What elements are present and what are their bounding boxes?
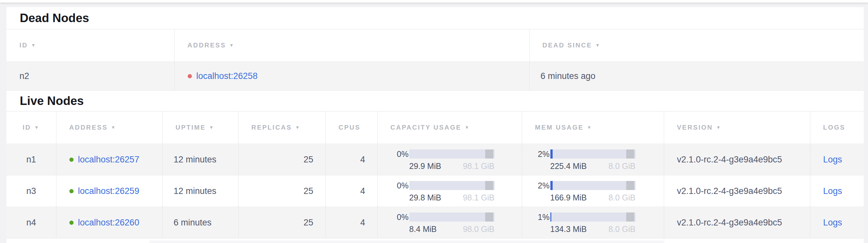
- cell-capacity-usage: 0% 8.4 MiB 98.0 GiB: [377, 207, 522, 239]
- mem-usage-bar: [550, 150, 636, 159]
- live-col-header-uptime[interactable]: UPTIME▼: [162, 111, 238, 144]
- cell-node-address: localhost:26257: [56, 144, 162, 176]
- live-col-header-id[interactable]: ID▼: [6, 111, 56, 144]
- sort-arrow-icon: ▼: [716, 125, 722, 130]
- cell-node-address: localhost:26260: [56, 207, 162, 239]
- live-col-header-mem[interactable]: MEM USAGE▼: [522, 111, 664, 144]
- live-col-header-address[interactable]: ADDRESS▼: [56, 111, 162, 144]
- live-col-header-version[interactable]: VERSION▼: [664, 111, 810, 144]
- logs-link[interactable]: Logs: [823, 155, 842, 164]
- capacity-total-value: 98.0 GiB: [463, 224, 494, 234]
- mem-percent: 2%: [527, 182, 550, 190]
- node-address-link[interactable]: localhost:26259: [78, 186, 140, 196]
- live-nodes-header-row: ID▼ ADDRESS▼ UPTIME▼ REPLICAS▼ CPUS CAPA…: [6, 111, 864, 144]
- nodes-overview-card: Dead Nodes ID▼ ADDRESS▼ DEAD SINCE▼ n2 l…: [6, 7, 864, 243]
- live-nodes-title: Live Nodes: [6, 91, 864, 111]
- live-nodes-table: ID▼ ADDRESS▼ UPTIME▼ REPLICAS▼ CPUS CAPA…: [6, 111, 864, 239]
- next-section-edge: [149, 240, 664, 243]
- cell-node-address: localhost:26259: [56, 176, 162, 207]
- mem-total-value: 8.0 GiB: [609, 224, 635, 234]
- dead-nodes-title: Dead Nodes: [6, 7, 864, 29]
- cell-capacity-usage: 0% 29.8 MiB 98.1 GiB: [377, 176, 522, 207]
- mem-used-value: 225.4 MiB: [550, 161, 587, 171]
- logs-link[interactable]: Logs: [823, 218, 842, 227]
- bar-reserved-segment: [626, 181, 634, 190]
- live-col-header-capacity[interactable]: CAPACITY USAGE▼: [377, 111, 522, 144]
- mem-total-value: 8.0 GiB: [609, 193, 635, 202]
- capacity-usage-widget: 0% 29.8 MiB 98.1 GiB: [386, 180, 522, 202]
- node-address-link[interactable]: localhost:26258: [196, 71, 258, 81]
- capacity-total-value: 98.1 GiB: [463, 193, 494, 202]
- bar-reserved-segment: [626, 150, 634, 159]
- dead-col-header-address[interactable]: ADDRESS▼: [175, 29, 529, 62]
- cell-uptime: 12 minutes: [162, 144, 238, 176]
- mem-used-value: 166.9 MiB: [550, 193, 587, 202]
- sort-arrow-icon: ▼: [31, 43, 37, 48]
- capacity-used-value: 8.4 MiB: [409, 224, 437, 234]
- mem-usage-bar: [550, 213, 636, 221]
- node-address-link[interactable]: localhost:26260: [78, 218, 140, 227]
- bar-reserved-segment: [626, 213, 634, 221]
- bar-reserved-segment: [485, 213, 493, 221]
- dead-nodes-header-row: ID▼ ADDRESS▼ DEAD SINCE▼: [6, 29, 864, 62]
- live-col-header-replicas[interactable]: REPLICAS▼: [238, 111, 326, 144]
- capacity-percent: 0%: [386, 182, 409, 190]
- mem-usage-fill: [550, 181, 553, 190]
- cell-logs: Logs: [810, 144, 864, 176]
- cell-mem-usage: 2% 225.4 MiB 8.0 GiB: [522, 144, 664, 176]
- sort-arrow-icon: ▼: [465, 125, 470, 130]
- live-col-header-cpus: CPUS: [326, 111, 377, 144]
- dead-node-row: n2 localhost:26258 6 minutes ago: [6, 62, 864, 91]
- dead-col-header-id[interactable]: ID▼: [6, 29, 175, 62]
- sort-arrow-icon: ▼: [111, 125, 116, 130]
- cell-logs: Logs: [810, 207, 864, 239]
- cell-cpus: 4: [326, 207, 377, 239]
- mem-used-value: 134.3 MiB: [550, 224, 587, 234]
- cell-replicas: 25: [238, 207, 326, 239]
- live-status-dot-icon: [69, 158, 73, 162]
- cell-mem-usage: 1% 134.3 MiB 8.0 GiB: [522, 207, 664, 239]
- capacity-percent: 0%: [386, 150, 409, 158]
- cell-uptime: 6 minutes: [162, 207, 238, 239]
- cell-replicas: 25: [238, 144, 326, 176]
- mem-usage-widget: 2% 166.9 MiB 8.0 GiB: [527, 180, 664, 202]
- mem-usage-bar: [550, 181, 636, 190]
- capacity-used-value: 29.9 MiB: [409, 161, 441, 171]
- capacity-total-value: 98.1 GiB: [463, 161, 494, 171]
- dead-col-header-dead-since[interactable]: DEAD SINCE▼: [529, 29, 864, 62]
- cell-node-id: n4: [6, 207, 56, 239]
- sort-arrow-icon: ▼: [595, 43, 601, 48]
- capacity-used-value: 29.8 MiB: [409, 193, 441, 202]
- capacity-usage-widget: 0% 29.9 MiB 98.1 GiB: [386, 148, 522, 171]
- mem-percent: 1%: [527, 213, 550, 221]
- bar-reserved-segment: [485, 181, 493, 190]
- cell-version: v2.1.0-rc.2-4-g3e9a4e9bc5: [664, 207, 810, 239]
- dead-nodes-table: ID▼ ADDRESS▼ DEAD SINCE▼ n2 localhost:26…: [6, 29, 864, 91]
- mem-percent: 2%: [527, 150, 550, 158]
- bar-reserved-segment: [485, 150, 493, 159]
- logs-link[interactable]: Logs: [823, 186, 842, 196]
- capacity-percent: 0%: [386, 213, 409, 221]
- cell-mem-usage: 2% 166.9 MiB 8.0 GiB: [522, 176, 664, 207]
- cell-version: v2.1.0-rc.2-4-g3e9a4e9bc5: [664, 144, 810, 176]
- capacity-usage-bar: [409, 181, 495, 190]
- mem-usage-fill: [550, 213, 551, 221]
- cell-uptime: 12 minutes: [162, 176, 238, 207]
- mem-usage-fill: [550, 150, 553, 159]
- capacity-usage-bar: [409, 150, 495, 159]
- cell-node-id: n1: [6, 144, 56, 176]
- node-address-link[interactable]: localhost:26257: [78, 155, 140, 164]
- cell-cpus: 4: [326, 144, 377, 176]
- cell-node-address: localhost:26258: [175, 62, 529, 91]
- sort-arrow-icon: ▼: [587, 125, 592, 130]
- mem-usage-widget: 2% 225.4 MiB 8.0 GiB: [527, 148, 664, 171]
- live-col-header-logs: LOGS: [810, 111, 864, 144]
- capacity-usage-bar: [409, 213, 495, 221]
- dead-status-dot-icon: [188, 74, 192, 78]
- mem-total-value: 8.0 GiB: [609, 161, 635, 171]
- mem-usage-widget: 1% 134.3 MiB 8.0 GiB: [527, 211, 664, 234]
- cell-cpus: 4: [326, 176, 377, 207]
- cell-node-id: n3: [6, 176, 56, 207]
- capacity-usage-widget: 0% 8.4 MiB 98.0 GiB: [386, 211, 522, 234]
- live-node-row: n4 localhost:26260 6 minutes 25 4 0%: [6, 207, 864, 239]
